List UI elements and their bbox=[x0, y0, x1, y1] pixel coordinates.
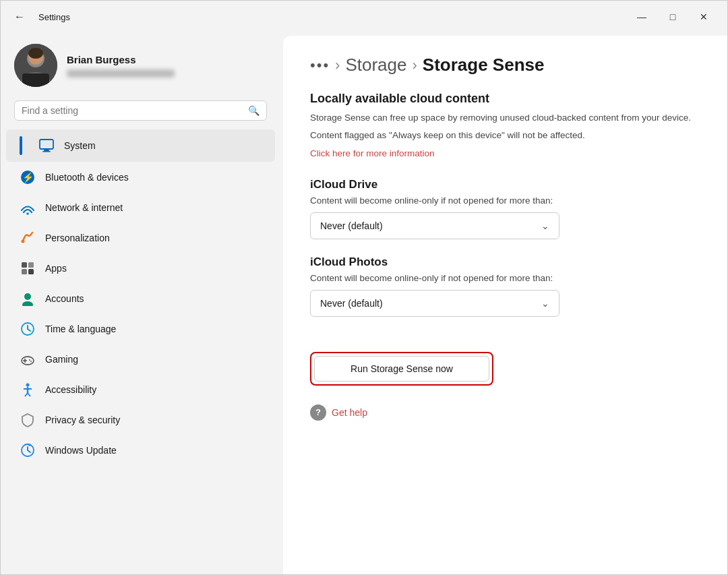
help-icon: ? bbox=[310, 404, 326, 421]
main-content: ••• › Storage › Storage Sense Locally av… bbox=[283, 36, 727, 574]
svg-point-26 bbox=[30, 361, 32, 362]
sidebar-item-bluetooth[interactable]: ⚡ Bluetooth & devices bbox=[6, 162, 275, 192]
svg-rect-7 bbox=[44, 150, 49, 151]
sidebar-item-privacy[interactable]: Privacy & security bbox=[6, 405, 275, 435]
svg-point-11 bbox=[26, 212, 29, 215]
breadcrumb-storage: Storage bbox=[345, 55, 406, 75]
user-section: Brian Burgess bbox=[1, 33, 280, 100]
icloud-photos-dropdown[interactable]: Never (default) ⌄ bbox=[310, 290, 559, 317]
accounts-icon bbox=[20, 291, 36, 307]
icloud-photos-desc: Content will become online-only if not o… bbox=[310, 273, 700, 283]
svg-point-17 bbox=[24, 293, 31, 300]
apps-icon bbox=[20, 260, 36, 276]
chevron-down-icon-2: ⌄ bbox=[541, 298, 549, 309]
personalization-icon bbox=[20, 230, 36, 246]
accessibility-icon bbox=[20, 382, 36, 398]
sidebar-label-privacy: Privacy & security bbox=[45, 415, 120, 425]
sidebar-item-accessibility[interactable]: Accessibility bbox=[6, 375, 275, 404]
system-icon bbox=[38, 138, 55, 154]
chevron-down-icon: ⌄ bbox=[541, 220, 549, 231]
get-help-section: ? Get help bbox=[310, 404, 700, 421]
sidebar: Brian Burgess 🔍 System bbox=[1, 33, 280, 574]
user-info: Brian Burgess bbox=[67, 54, 175, 78]
svg-point-5 bbox=[28, 48, 43, 59]
title-bar: ← Settings — □ ✕ bbox=[1, 1, 727, 33]
windows-update-icon bbox=[20, 442, 36, 458]
svg-rect-8 bbox=[42, 151, 51, 152]
close-button[interactable]: ✕ bbox=[688, 6, 719, 28]
svg-rect-13 bbox=[22, 262, 27, 268]
breadcrumb-current: Storage Sense bbox=[423, 55, 545, 75]
cloud-desc2: Content flagged as "Always keep on this … bbox=[310, 129, 700, 142]
sidebar-label-accounts: Accounts bbox=[45, 293, 84, 304]
sidebar-item-accounts[interactable]: Accounts bbox=[6, 284, 275, 313]
sidebar-label-bluetooth: Bluetooth & devices bbox=[45, 172, 129, 183]
gaming-icon bbox=[20, 351, 36, 367]
run-storage-sense-button[interactable]: Run Storage Sense now bbox=[314, 356, 489, 382]
icloud-drive-dropdown-value: Never (default) bbox=[320, 220, 383, 231]
bluetooth-icon: ⚡ bbox=[20, 169, 36, 185]
search-icon: 🔍 bbox=[248, 105, 260, 116]
sidebar-label-time: Time & language bbox=[45, 324, 116, 334]
network-icon bbox=[20, 200, 36, 216]
user-name: Brian Burgess bbox=[67, 54, 175, 65]
title-bar-left: ← Settings bbox=[9, 6, 70, 28]
svg-text:⚡: ⚡ bbox=[22, 172, 34, 183]
sidebar-item-apps[interactable]: Apps bbox=[6, 253, 275, 283]
active-indicator bbox=[20, 136, 22, 155]
sidebar-item-windows-update[interactable]: Windows Update bbox=[6, 435, 275, 465]
breadcrumb-sep1: › bbox=[335, 57, 340, 74]
sidebar-item-network[interactable]: Network & internet bbox=[6, 193, 275, 222]
breadcrumb-sep2: › bbox=[413, 57, 417, 74]
icloud-drive-desc: Content will become online-only if not o… bbox=[310, 195, 700, 206]
run-button-container: Run Storage Sense now bbox=[310, 352, 493, 386]
sidebar-item-system[interactable]: System bbox=[6, 129, 275, 162]
user-email bbox=[67, 69, 175, 78]
cloud-section: Locally available cloud content Storage … bbox=[310, 92, 700, 159]
window-controls: — □ ✕ bbox=[626, 6, 719, 28]
back-button[interactable]: ← bbox=[9, 6, 30, 28]
sidebar-label-gaming: Gaming bbox=[45, 354, 78, 365]
svg-rect-14 bbox=[28, 262, 34, 268]
svg-point-25 bbox=[29, 359, 30, 361]
get-help-link[interactable]: Get help bbox=[332, 407, 367, 418]
sidebar-label-apps: Apps bbox=[45, 263, 67, 274]
cloud-title: Locally available cloud content bbox=[310, 92, 700, 106]
sidebar-item-time[interactable]: Time & language bbox=[6, 314, 275, 344]
sidebar-label-windows-update: Windows Update bbox=[45, 445, 117, 456]
svg-point-12 bbox=[22, 240, 25, 243]
sidebar-label-personalization: Personalization bbox=[45, 233, 110, 243]
window-title: Settings bbox=[38, 12, 70, 22]
cloud-info-link[interactable]: Click here for more information bbox=[310, 148, 435, 158]
icloud-photos-dropdown-value: Never (default) bbox=[320, 298, 383, 309]
search-box[interactable]: 🔍 bbox=[14, 100, 267, 121]
svg-line-21 bbox=[28, 329, 30, 331]
sidebar-label-system: System bbox=[64, 140, 96, 151]
cloud-desc1: Storage Sense can free up space by remov… bbox=[310, 111, 700, 125]
sidebar-item-gaming[interactable]: Gaming bbox=[6, 344, 275, 374]
icloud-photos-section: iCloud Photos Content will become online… bbox=[310, 255, 700, 317]
icloud-photos-title: iCloud Photos bbox=[310, 255, 700, 269]
svg-rect-6 bbox=[40, 140, 53, 149]
breadcrumb: ••• › Storage › Storage Sense bbox=[310, 36, 700, 92]
icloud-drive-dropdown[interactable]: Never (default) ⌄ bbox=[310, 212, 559, 239]
sidebar-nav: System ⚡ Bluetooth & devices Network & i… bbox=[1, 129, 280, 466]
svg-point-27 bbox=[26, 384, 30, 387]
svg-rect-16 bbox=[28, 269, 34, 274]
icloud-drive-title: iCloud Drive bbox=[310, 178, 700, 191]
maximize-button[interactable]: □ bbox=[657, 6, 688, 28]
svg-rect-3 bbox=[22, 73, 49, 87]
content-area: Brian Burgess 🔍 System bbox=[1, 33, 727, 574]
time-icon bbox=[20, 321, 36, 337]
icloud-drive-section: iCloud Drive Content will become online-… bbox=[310, 178, 700, 239]
minimize-button[interactable]: — bbox=[626, 6, 657, 28]
privacy-icon bbox=[20, 412, 36, 428]
search-input[interactable] bbox=[22, 105, 243, 116]
svg-line-31 bbox=[28, 393, 30, 396]
svg-point-18 bbox=[22, 301, 33, 306]
sidebar-label-network: Network & internet bbox=[45, 202, 123, 213]
sidebar-label-accessibility: Accessibility bbox=[45, 384, 96, 395]
breadcrumb-dots: ••• bbox=[310, 57, 330, 74]
sidebar-item-personalization[interactable]: Personalization bbox=[6, 223, 275, 253]
settings-window: ← Settings — □ ✕ bbox=[0, 0, 728, 575]
